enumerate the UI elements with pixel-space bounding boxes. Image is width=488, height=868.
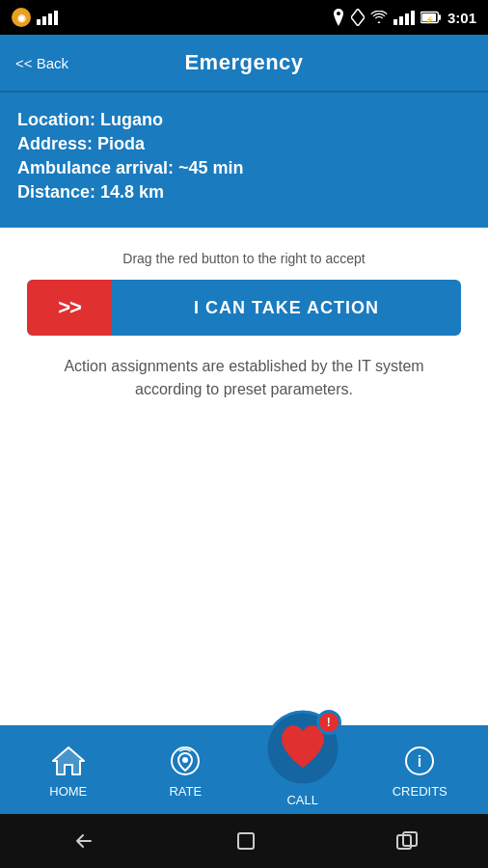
wifi-icon (370, 11, 388, 24)
action-description: Action assignments are established by th… (27, 355, 461, 401)
time-display: 3:01 (447, 10, 476, 26)
page-title: Emergency (184, 50, 303, 75)
battery-icon: ⚡ (420, 11, 442, 24)
back-android-button[interactable] (69, 830, 96, 852)
svg-point-8 (182, 757, 188, 763)
svg-text:i: i (418, 753, 421, 770)
drag-hint: Drag the red button to the right to acce… (27, 251, 461, 266)
recents-android-button[interactable] (395, 830, 419, 852)
slider-handle[interactable]: >> (27, 280, 112, 336)
network-icon (393, 11, 415, 25)
ambulance-value: ~45 min (178, 158, 244, 177)
svg-rect-2 (438, 14, 441, 20)
header: << Back Emergency (0, 35, 488, 93)
android-nav-bar (0, 814, 488, 868)
heart-container: ! (264, 710, 341, 787)
slider-handle-text: >> (58, 295, 81, 320)
credits-label: CREDITS (393, 784, 447, 799)
back-button[interactable]: << Back (15, 55, 68, 71)
svg-marker-0 (351, 9, 365, 26)
signal-bars-icon (37, 11, 58, 25)
status-bar-left: ◉ (12, 8, 58, 27)
ambulance-label: Ambulance arrival: (17, 158, 178, 177)
home-icon (49, 742, 88, 780)
status-bar-right: ⚡ 3:01 (332, 9, 476, 26)
distance-value: 14.8 km (100, 182, 164, 202)
svg-marker-6 (53, 747, 84, 774)
slider-label: I CAN TAKE ACTION (112, 298, 461, 318)
info-section: Location: Lugano Address: Pioda Ambulanc… (0, 93, 488, 228)
nav-item-rate[interactable]: RATE (127, 742, 245, 799)
rate-label: RATE (169, 784, 202, 799)
carrier-icon: ◉ (12, 8, 31, 27)
home-label: HOME (49, 784, 87, 799)
bottom-nav: HOME RATE ! CALL (0, 725, 488, 814)
rate-icon (166, 742, 204, 780)
location-line: Location: Lugano (17, 110, 471, 130)
address-value: Pioda (97, 134, 145, 153)
heart-badge: ! (316, 710, 341, 735)
address-line: Address: Pioda (17, 134, 471, 154)
svg-text:⚡: ⚡ (425, 15, 435, 24)
action-slider[interactable]: >> I CAN TAKE ACTION (27, 280, 461, 336)
diamond-icon (351, 9, 365, 26)
nav-item-call[interactable]: ! CALL (244, 733, 362, 807)
action-section: Drag the red button to the right to acce… (0, 228, 488, 420)
address-label: Address: (17, 134, 97, 153)
location-label: Location: (17, 110, 100, 129)
location-value: Lugano (100, 110, 163, 129)
call-label: CALL (286, 793, 318, 807)
status-bar: ◉ (0, 0, 488, 35)
alert-badge: ! (319, 713, 339, 732)
home-android-button[interactable] (234, 829, 258, 853)
distance-line: Distance: 14.8 km (17, 182, 471, 203)
nav-item-home[interactable]: HOME (10, 742, 127, 799)
location-icon (332, 9, 345, 26)
distance-label: Distance: (17, 182, 100, 202)
nav-item-credits[interactable]: i CREDITS (362, 742, 479, 799)
ambulance-line: Ambulance arrival: ~45 min (17, 158, 471, 178)
credits-icon: i (400, 742, 439, 780)
svg-rect-12 (238, 833, 254, 849)
